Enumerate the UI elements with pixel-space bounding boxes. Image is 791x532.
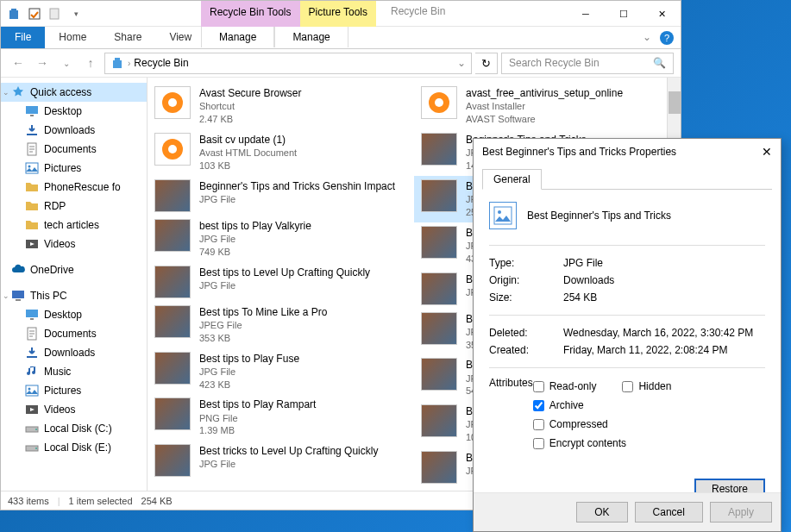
music-icon [25,365,39,379]
svg-point-19 [28,388,31,391]
deleted-label: Deleted: [489,327,563,339]
up-button[interactable]: ↑ [80,53,101,73]
svg-point-28 [168,145,177,153]
forward-button[interactable]: → [32,53,53,73]
file-item[interactable]: Best tips to Level Up Crafting QuicklyJP… [148,262,414,302]
file-item[interactable]: Best tips to Play RampartPNG File1.39 MB [148,394,414,441]
general-tab[interactable]: General [482,169,542,190]
nav-item-rdp[interactable]: RDP [1,197,147,216]
picture-tools-context[interactable]: Picture Tools [300,1,376,27]
compressed-checkbox[interactable] [533,419,544,430]
close-button[interactable]: ✕ [643,1,681,27]
nav-item-desktop[interactable]: Desktop [1,305,147,324]
file-item[interactable]: Best tips to Play FuseJPG File423 KB [148,348,414,395]
nav-item-documents[interactable]: Documents [1,324,147,343]
file-item[interactable]: Avast Secure BrowserShortcut2.47 KB [148,83,414,129]
file-thumbnail [421,358,457,391]
file-item[interactable]: Best tricks to Level Up Crafting Quickly… [148,441,414,480]
manage-picture-tab[interactable]: Manage [274,27,348,47]
navigation-pane: ⌄Quick accessDesktopDownloadsDocumentsPi… [1,78,148,491]
nav-item-desktop[interactable]: Desktop [1,102,147,121]
file-thumbnail [421,312,457,345]
share-tab[interactable]: Share [100,27,155,48]
nav-item-videos[interactable]: Videos [1,400,147,419]
nav-item-local-disk-c-[interactable]: Local Disk (C:) [1,419,147,438]
dialog-title: Best Beginner's Tips and Tricks Properti… [482,146,676,158]
encrypt-checkbox[interactable] [533,438,544,449]
nav-label: This PC [30,290,67,302]
search-box[interactable]: Search Recycle Bin 🔍 [501,53,674,74]
file-thumbnail [154,397,191,430]
ribbon-right: ⌄ ? [643,31,674,45]
apply-button[interactable]: Apply [710,502,772,523]
dialog-title-bar[interactable]: Best Beginner's Tips and Tricks Properti… [474,139,781,165]
archive-checkbox[interactable] [533,400,544,411]
nav-item-music[interactable]: Music [1,362,147,381]
file-item[interactable]: best tips to Play ValkyrieJPG File749 KB [148,216,414,262]
view-tab[interactable]: View [155,27,205,48]
restore-button[interactable]: Restore [694,479,765,492]
cancel-button[interactable]: Cancel [635,502,703,523]
search-placeholder: Search Recycle Bin [509,57,600,69]
path-box[interactable]: › Recycle Bin ⌄ [104,53,472,74]
file-thumbnail [421,179,457,212]
manage-recycle-tab[interactable]: Manage [201,27,274,47]
file-item[interactable]: Best tips To Mine Like a ProJPEG File353… [148,302,414,348]
drive-icon [25,422,39,435]
help-icon[interactable]: ? [660,31,674,45]
qat-dropdown-icon[interactable]: ▾ [68,6,84,22]
readonly-checkbox[interactable] [533,381,544,392]
properties-icon[interactable] [27,6,42,22]
file-item[interactable]: Basit cv update (1)Avast HTML Document10… [148,129,414,176]
qat-item-icon[interactable] [47,6,63,22]
nav-item-downloads[interactable]: Downloads [1,343,147,362]
download-icon [25,123,39,137]
svg-point-22 [35,429,37,430]
file-type: JPEG File [199,319,407,332]
dialog-tabs: General [474,165,781,189]
home-tab[interactable]: Home [45,27,100,48]
file-size: 103 KB [199,160,407,172]
nav-item-onedrive[interactable]: OneDrive [1,260,147,279]
nav-label: Documents [44,328,97,340]
svg-point-26 [168,98,177,107]
video-icon [25,237,39,251]
nav-item-phonerescue-fo[interactable]: PhoneRescue fo [1,178,147,197]
folder-icon [25,218,39,232]
nav-item-this-pc[interactable]: ⌄This PC [1,286,147,305]
nav-item-documents[interactable]: Documents [1,140,147,159]
nav-item-videos[interactable]: Videos [1,235,147,253]
recycle-bin-tools-context[interactable]: Recycle Bin Tools [201,1,300,27]
nav-item-quick-access[interactable]: ⌄Quick access [1,83,147,102]
file-item[interactable]: Beginner's Tips and Tricks Genshin Impac… [148,176,414,216]
recent-dropdown[interactable]: ⌄ [56,53,77,73]
pc-icon [11,289,25,303]
nav-item-pictures[interactable]: Pictures [1,381,147,400]
back-button[interactable]: ← [8,53,28,73]
hidden-checkbox[interactable] [622,381,633,392]
refresh-button[interactable]: ↻ [475,53,498,74]
nav-item-downloads[interactable]: Downloads [1,121,147,140]
dialog-close-button[interactable]: ✕ [762,145,772,159]
collapse-ribbon-icon[interactable]: ⌄ [643,31,651,45]
svg-rect-7 [27,134,37,135]
scrollbar-thumb[interactable] [669,91,681,114]
file-tab[interactable]: File [1,27,45,48]
file-thumbnail [421,404,457,437]
file-thumbnail [154,179,191,212]
nav-item-tech-articles[interactable]: tech articles [1,216,147,235]
nav-item-local-disk-e-[interactable]: Local Disk (E:) [1,438,147,457]
svg-rect-5 [26,106,38,114]
minimize-button[interactable]: ─ [567,1,605,27]
video-icon [25,403,39,416]
doc-icon [25,142,39,156]
nav-label: Music [44,366,71,378]
ok-button[interactable]: OK [576,502,627,523]
deleted-value: Wednesday, March 16, 2022, 3:30:42 PM [563,327,753,339]
maximize-button[interactable]: ☐ [605,1,643,27]
file-type: Avast Installer [466,100,674,113]
file-name: Avast Secure Browser [199,86,407,100]
nav-item-pictures[interactable]: Pictures [1,159,147,178]
file-item[interactable]: avast_free_antivirus_setup_onlineAvast I… [414,83,681,129]
path-dropdown-icon[interactable]: ⌄ [457,57,466,69]
